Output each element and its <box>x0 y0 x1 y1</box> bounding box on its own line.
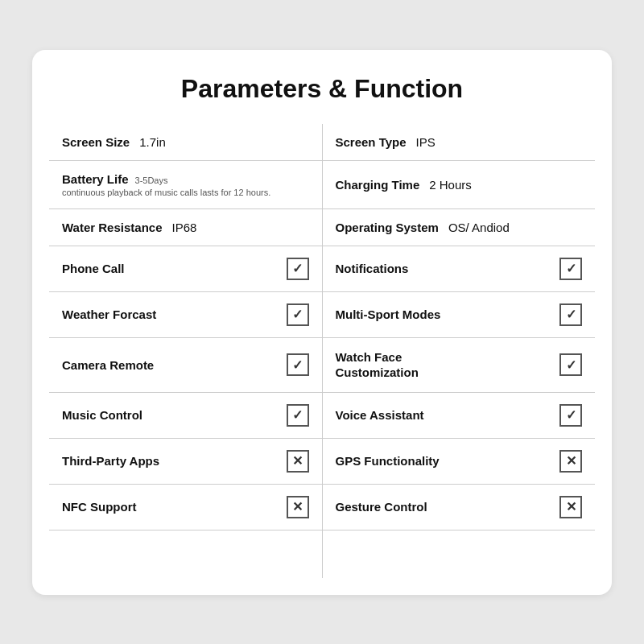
right-cell-4: Multi-Sport Modes <box>322 291 596 337</box>
right-cell-8: Gesture Control <box>322 484 596 530</box>
feature-label: Voice Assistant <box>336 408 424 422</box>
check-icon <box>559 303 582 326</box>
right-cell-5: Watch Face Customization <box>322 337 596 392</box>
check-icon <box>559 258 582 280</box>
x-icon <box>559 496 582 518</box>
feature-value: OS/ Andiod <box>448 221 510 234</box>
feature-label: Screen Size <box>62 135 130 149</box>
feature-label: Weather Forcast <box>62 308 156 321</box>
feature-label: Third-Party Apps <box>62 454 159 468</box>
check-icon <box>287 353 309 376</box>
feature-label: Phone Call <box>62 262 125 275</box>
left-cell-6: Music Control <box>49 392 323 438</box>
feature-note: 3-5Days <box>135 175 168 185</box>
check-icon <box>559 353 582 376</box>
params-table: Screen Size1.7inScreen TypeIPSBattery Li… <box>48 123 596 579</box>
feature-note: continuous playback of music calls lasts… <box>62 188 309 197</box>
card: Parameters & Function Screen Size1.7inSc… <box>32 50 612 595</box>
check-icon <box>287 404 309 427</box>
feature-label: Operating System <box>336 221 439 234</box>
page-title: Parameters & Function <box>48 74 596 104</box>
right-cell-3: Notifications <box>322 246 596 291</box>
left-cell-7: Third-Party Apps <box>49 438 323 484</box>
left-cell-4: Weather Forcast <box>49 291 323 337</box>
right-cell-9 <box>322 530 596 578</box>
x-icon <box>287 450 309 473</box>
feature-value: IPS <box>416 135 436 149</box>
check-icon <box>287 258 309 280</box>
feature-value: 2 Hours <box>429 178 472 192</box>
left-cell-8: NFC Support <box>49 484 323 530</box>
left-cell-3: Phone Call <box>49 246 323 291</box>
feature-label: Charging Time <box>336 178 420 192</box>
feature-label: Multi-Sport Modes <box>336 307 441 323</box>
feature-label: Battery Life <box>62 172 129 186</box>
left-cell-1: Battery Life3-5Dayscontinuous playback o… <box>49 160 323 208</box>
feature-label: Water Resistance <box>62 221 163 234</box>
x-icon <box>287 496 309 518</box>
check-icon <box>287 303 309 326</box>
right-cell-1: Charging Time2 Hours <box>322 160 596 208</box>
left-cell-5: Camera Remote <box>49 337 323 392</box>
feature-label: Music Control <box>62 408 142 422</box>
feature-value: 1.7in <box>139 135 166 149</box>
feature-label: NFC Support <box>62 500 136 514</box>
feature-label: GPS Functionality <box>336 454 440 468</box>
right-cell-6: Voice Assistant <box>322 392 596 438</box>
left-cell-9 <box>49 530 323 578</box>
feature-value: IP68 <box>172 221 197 234</box>
feature-label: Notifications <box>336 262 409 275</box>
feature-label: Screen Type <box>336 135 407 149</box>
check-icon <box>559 404 582 427</box>
feature-label: Gesture Control <box>336 500 427 514</box>
right-cell-0: Screen TypeIPS <box>322 123 596 160</box>
left-cell-2: Water ResistanceIP68 <box>49 208 323 246</box>
left-cell-0: Screen Size1.7in <box>49 123 323 160</box>
feature-label: Watch Face Customization <box>336 349 464 381</box>
right-cell-7: GPS Functionality <box>322 438 596 484</box>
right-cell-2: Operating SystemOS/ Andiod <box>322 208 596 246</box>
feature-label: Camera Remote <box>62 358 154 372</box>
x-icon <box>559 450 582 473</box>
